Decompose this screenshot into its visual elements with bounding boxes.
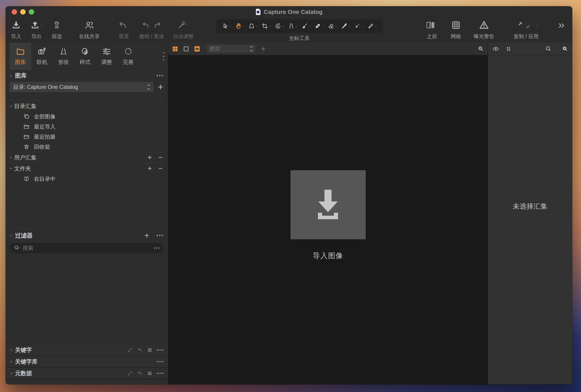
- reset-options-chevron[interactable]: [128, 24, 130, 26]
- metadata-presets-button[interactable]: [147, 371, 153, 376]
- search-input[interactable]: [23, 245, 151, 251]
- cull-button[interactable]: 筛选: [52, 19, 62, 40]
- folder-in-catalog[interactable]: 在目录中: [6, 174, 168, 184]
- draw-tool[interactable]: [366, 23, 378, 29]
- pointer-tool[interactable]: [221, 23, 232, 29]
- exposure-warning-button[interactable]: 曝光警告: [474, 19, 494, 40]
- keywords-menu-button[interactable]: [157, 349, 164, 351]
- grid-view-button[interactable]: [172, 46, 178, 52]
- browser-zoom-button[interactable]: [562, 45, 568, 52]
- minimize-button[interactable]: [20, 9, 26, 14]
- tab-styles[interactable]: 样式: [74, 43, 96, 70]
- loupe-tool-chevron[interactable]: [256, 25, 258, 27]
- user-collections-chevron[interactable]: [10, 156, 12, 158]
- library-collapse-chevron[interactable]: [10, 74, 12, 76]
- undo-redo-button[interactable]: 撤销 / 重做: [139, 19, 164, 40]
- draw-tool-chevron[interactable]: [375, 25, 377, 27]
- erase-tool-chevron[interactable]: [335, 25, 338, 27]
- apply-arrow-tool[interactable]: [353, 23, 365, 29]
- filters-menu-button[interactable]: [156, 234, 164, 237]
- maximize-button[interactable]: [29, 9, 34, 14]
- keyword-library-expand-chevron[interactable]: [10, 360, 12, 363]
- pick-tool[interactable]: [340, 23, 352, 29]
- share-button[interactable]: 在线共享: [79, 19, 100, 40]
- library-menu-button[interactable]: [156, 74, 164, 77]
- metadata-expand-chevron[interactable]: [10, 372, 12, 375]
- crop-tool-chevron[interactable]: [269, 25, 271, 27]
- grid-button[interactable]: 网格: [451, 19, 461, 40]
- export-button[interactable]: 导出: [30, 19, 43, 40]
- metadata-reset-icon[interactable]: [137, 371, 143, 376]
- catalog-selector[interactable]: 目录: Capture One Catalog: [10, 82, 154, 92]
- erase-tool[interactable]: [327, 23, 338, 29]
- add-layer-button[interactable]: [260, 46, 269, 52]
- close-button[interactable]: [12, 9, 17, 14]
- metadata-panel-header[interactable]: 元数据: [6, 368, 168, 379]
- keyword-library-panel-header[interactable]: 关键字库: [6, 356, 168, 367]
- tabs-overflow-menu[interactable]: [162, 43, 165, 70]
- remove-user-collection-button[interactable]: [158, 155, 164, 160]
- copy-apply-button[interactable]: 复制 / 应用: [514, 19, 538, 40]
- brush-tool-chevron[interactable]: [309, 25, 311, 27]
- keywords-panel-header[interactable]: 关键字: [6, 345, 168, 355]
- pan-hand-tool-chevron[interactable]: [242, 25, 245, 27]
- collection-recent-imports[interactable]: 最近导入: [6, 122, 168, 132]
- collection-recent-captures[interactable]: 最近拍摄: [6, 132, 168, 142]
- search-options-button[interactable]: [154, 247, 160, 249]
- pan-hand-tool[interactable]: [234, 23, 246, 29]
- tab-library[interactable]: 图库: [10, 43, 31, 70]
- tab-refine[interactable]: 完善: [118, 43, 139, 70]
- search-field[interactable]: [10, 243, 164, 253]
- pick-tool-chevron[interactable]: [348, 25, 351, 27]
- tab-capture[interactable]: 联机: [31, 43, 53, 70]
- library-panel-header[interactable]: 图库: [6, 70, 168, 81]
- brush-tool[interactable]: [300, 23, 312, 29]
- folders-chevron[interactable]: [10, 167, 12, 169]
- apply-arrow-tool-chevron[interactable]: [362, 25, 364, 27]
- keywords-copy-arrows-icon[interactable]: [127, 347, 133, 353]
- rotate-tool-chevron[interactable]: [282, 25, 284, 27]
- viewer-view-button[interactable]: [183, 46, 189, 52]
- catalog-collections-chevron[interactable]: [10, 105, 12, 107]
- browser-search-button[interactable]: [545, 45, 552, 52]
- crop-tool[interactable]: [260, 23, 272, 29]
- layers-dropdown[interactable]: 图层: [207, 45, 256, 53]
- heal-tool[interactable]: [314, 23, 325, 29]
- keywords-reset-icon[interactable]: [137, 347, 143, 353]
- rotate-tool[interactable]: [274, 23, 285, 29]
- remove-folder-button[interactable]: [158, 166, 164, 171]
- catalog-collections-group[interactable]: 目录汇集: [6, 101, 168, 111]
- loupe-tool[interactable]: [247, 23, 259, 29]
- toolbar-overflow-button[interactable]: [557, 21, 566, 30]
- auto-adjust-button[interactable]: 自动调整: [173, 19, 194, 40]
- import-images-button[interactable]: [290, 170, 366, 239]
- import-button[interactable]: 导入: [11, 19, 21, 40]
- metadata-copy-arrows-icon[interactable]: [127, 371, 133, 376]
- sort-button[interactable]: [505, 45, 512, 52]
- add-catalog-button[interactable]: [157, 84, 164, 90]
- before-after-chevron[interactable]: [436, 24, 438, 26]
- keyword-library-menu-button[interactable]: [157, 361, 164, 363]
- before-after-button[interactable]: 之前: [426, 19, 438, 40]
- pointer-tool-chevron[interactable]: [229, 25, 232, 27]
- collection-trash[interactable]: 回收箱: [6, 142, 168, 152]
- copy-apply-chevron[interactable]: [536, 24, 538, 26]
- keystone-tool-chevron[interactable]: [296, 25, 298, 27]
- filters-panel-header[interactable]: 过滤器: [6, 230, 168, 241]
- zoom-fit-button[interactable]: [477, 45, 484, 52]
- add-user-collection-button[interactable]: [147, 155, 153, 160]
- keystone-tool[interactable]: [287, 23, 298, 29]
- auto-adjust-options-chevron[interactable]: [188, 24, 190, 26]
- add-folder-button[interactable]: [147, 166, 153, 171]
- keywords-expand-chevron[interactable]: [10, 349, 12, 351]
- add-filter-button[interactable]: [144, 232, 150, 239]
- export-options-chevron[interactable]: [41, 24, 43, 26]
- reset-button[interactable]: 重置: [118, 19, 130, 40]
- filters-collapse-chevron[interactable]: [10, 234, 12, 236]
- preview-eye-button[interactable]: [492, 45, 499, 52]
- metadata-menu-button[interactable]: [157, 372, 164, 374]
- folders-group[interactable]: 文件夹: [6, 163, 168, 174]
- keywords-presets-button[interactable]: [147, 347, 153, 353]
- heal-tool-chevron[interactable]: [322, 25, 324, 27]
- user-collections-group[interactable]: 用户汇集: [6, 152, 168, 163]
